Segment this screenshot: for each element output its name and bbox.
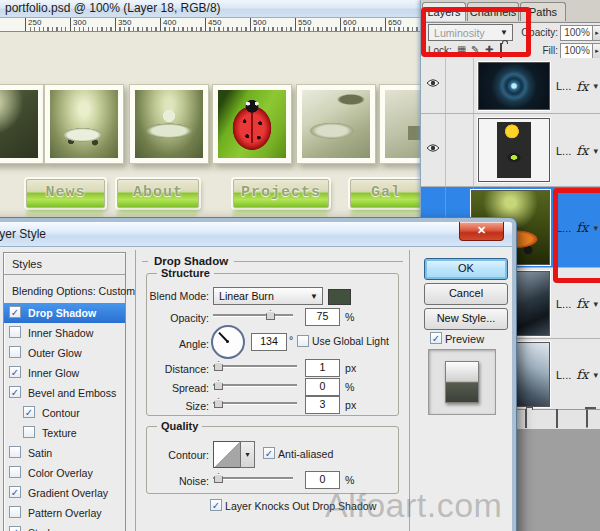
new-layer-icon[interactable]	[556, 409, 558, 428]
sidebar-item-stroke[interactable]: ✓ Stroke	[4, 523, 125, 531]
angle-dial[interactable]	[211, 325, 245, 359]
checkbox-icon[interactable]	[9, 466, 21, 478]
ok-button[interactable]: OK	[424, 258, 508, 280]
portfolio-thumbnail-vintage-car[interactable]	[296, 84, 376, 164]
sidebar-item-blending-options[interactable]: Blending Options: Custom	[4, 281, 125, 301]
ruler-label: 400	[160, 18, 176, 31]
size-slider[interactable]	[213, 398, 297, 408]
spread-slider[interactable]	[213, 380, 297, 390]
nav-button-news[interactable]: News	[26, 179, 105, 208]
new-group-icon[interactable]	[525, 409, 527, 428]
contour-picker[interactable]	[213, 441, 241, 468]
blend-mode-select[interactable]: Linear Burn ▼	[213, 287, 323, 305]
chevron-down-icon[interactable]: ▾	[593, 298, 598, 308]
layer-row-meta: L...fx▾	[556, 296, 598, 311]
fill-value[interactable]: 100%	[560, 43, 594, 59]
delete-layer-icon[interactable]	[586, 409, 588, 428]
eye-cell[interactable]	[421, 114, 446, 186]
layer-row-speaker[interactable]: L...fx▾	[421, 58, 600, 114]
sidebar-item-color-overlay[interactable]: Color Overlay	[4, 463, 125, 483]
chevron-down-icon[interactable]: ▾	[593, 81, 598, 91]
checkbox-checked-icon[interactable]: ✓	[9, 526, 21, 531]
checkbox-icon[interactable]	[9, 346, 21, 358]
chevron-down-icon[interactable]: ▾	[593, 369, 598, 379]
style-preview-swatch	[445, 361, 479, 403]
sidebar-item-inner-shadow[interactable]: Inner Shadow	[4, 323, 125, 343]
nav-button-about[interactable]: About	[117, 179, 199, 208]
checkbox-checked-icon[interactable]: ✓	[23, 406, 35, 418]
angle-input[interactable]: 134	[251, 333, 287, 351]
angle-center-dot	[226, 340, 229, 343]
spread-input[interactable]: 0	[305, 378, 340, 396]
checkbox-icon[interactable]	[9, 326, 21, 338]
use-global-light-checkbox[interactable]	[297, 335, 309, 347]
fx-icon[interactable]: fx	[576, 78, 588, 93]
layer-name[interactable]: L...	[556, 144, 571, 156]
portfolio-thumbnail-ladybug[interactable]	[212, 84, 292, 164]
checkbox-icon[interactable]	[9, 506, 21, 518]
layer-name[interactable]: L...	[556, 297, 571, 309]
divider	[142, 261, 148, 262]
checkbox-icon[interactable]	[23, 426, 35, 438]
portfolio-thumbnail-sports-car[interactable]	[44, 84, 124, 164]
cancel-button[interactable]: Cancel	[424, 283, 508, 305]
nav-button-projects[interactable]: Projects	[233, 179, 329, 208]
anti-aliased-checkbox[interactable]: ✓	[263, 447, 275, 459]
distance-input[interactable]: 1	[305, 359, 340, 377]
sidebar-item-texture[interactable]: Texture	[4, 423, 125, 443]
fx-icon[interactable]: fx	[576, 296, 588, 311]
sidebar-item-inner-glow[interactable]: ✓ Inner Glow	[4, 363, 125, 383]
quality-legend: Quality	[157, 420, 202, 432]
sidebar-item-contour[interactable]: ✓ Contour	[4, 403, 125, 423]
sidebar-item-gradient-overlay[interactable]: ✓ Gradient Overlay	[4, 483, 125, 503]
preview-checkbox[interactable]: ✓	[430, 332, 442, 344]
chevron-down-icon[interactable]: ▾	[593, 145, 598, 155]
dialog-titlebar[interactable]: Layer Style ✕	[0, 222, 512, 247]
ruler-label: 500	[250, 18, 266, 31]
sidebar-item-bevel-and-emboss[interactable]: ✓ Bevel and Emboss	[4, 383, 125, 403]
contour-arrow-icon[interactable]: ▾	[240, 441, 255, 468]
checkbox-checked-icon[interactable]: ✓	[9, 366, 21, 378]
layer-thumbnail-phone[interactable]	[478, 118, 550, 182]
sidebar-item-outer-glow[interactable]: Outer Glow	[4, 343, 125, 363]
layer-name[interactable]: L...	[556, 368, 571, 380]
fill-spinner-icon[interactable]: ▸	[592, 43, 600, 59]
size-input[interactable]: 3	[305, 396, 340, 414]
knockout-checkbox[interactable]: ✓	[210, 499, 222, 511]
shadow-color-swatch[interactable]	[328, 289, 351, 305]
sidebar-item-pattern-overlay[interactable]: Pattern Overlay	[4, 503, 125, 523]
slider-thumb[interactable]	[266, 310, 275, 320]
checkbox-checked-icon[interactable]: ✓	[9, 386, 21, 398]
layer-row-phone[interactable]: L...fx▾	[421, 114, 600, 187]
ruler-label: 650	[385, 18, 401, 31]
layer-name[interactable]: L...	[556, 80, 571, 92]
fx-icon[interactable]: fx	[576, 143, 588, 158]
checkbox-icon[interactable]	[9, 446, 21, 458]
new-style-button[interactable]: New Style...	[424, 308, 508, 330]
opacity-value[interactable]: 100%	[560, 25, 594, 41]
checkbox-checked-icon[interactable]: ✓	[9, 306, 21, 318]
opacity-input[interactable]: 75	[305, 308, 340, 326]
sidebar-header-styles[interactable]: Styles	[4, 253, 125, 275]
layer-thumbnail-speaker[interactable]	[478, 62, 550, 110]
sidebar-item-drop-shadow[interactable]: ✓ Drop Shadow	[4, 303, 125, 323]
distance-label: Distance:	[149, 363, 209, 375]
slider-thumb[interactable]	[214, 398, 223, 408]
angle-unit: °	[289, 334, 293, 346]
sidebar-item-satin[interactable]: Satin	[4, 443, 125, 463]
opacity-spinner-icon[interactable]: ▸	[592, 25, 600, 41]
slider-thumb[interactable]	[214, 473, 223, 483]
nav-button-gallery[interactable]: Gal	[350, 179, 422, 208]
portfolio-thumbnail-phone[interactable]	[0, 84, 44, 164]
portfolio-thumbnail-ufo[interactable]	[129, 84, 209, 164]
opacity-slider[interactable]	[213, 310, 293, 320]
slider-thumb[interactable]	[214, 380, 223, 390]
eye-cell[interactable]	[421, 58, 446, 113]
fx-icon[interactable]: fx	[576, 367, 588, 382]
slider-thumb[interactable]	[214, 361, 223, 371]
checkbox-checked-icon[interactable]: ✓	[9, 486, 21, 498]
distance-slider[interactable]	[213, 361, 297, 371]
close-button[interactable]: ✕	[459, 222, 504, 241]
noise-slider[interactable]	[213, 473, 293, 483]
ruler-label: 250	[25, 18, 41, 31]
